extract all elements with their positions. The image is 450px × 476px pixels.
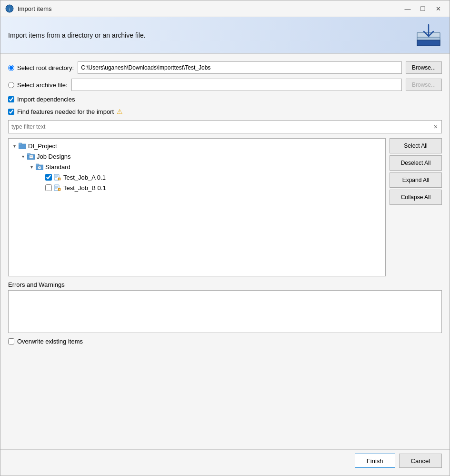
select-root-radio[interactable] bbox=[8, 65, 14, 71]
minimize-button[interactable]: — bbox=[401, 3, 414, 14]
folder-icon-di-project bbox=[18, 142, 27, 150]
toggle-di-project[interactable]: ▾ bbox=[10, 142, 18, 150]
root-path-input[interactable] bbox=[78, 61, 402, 74]
svg-rect-8 bbox=[27, 153, 30, 155]
filter-clear-button[interactable]: × bbox=[433, 123, 439, 131]
title-bar: ↓ Import items — ☐ ✕ bbox=[0, 0, 450, 17]
tree-item-test-job-a[interactable]: ▸ Test_Job_A 0.1 bbox=[9, 172, 385, 182]
svg-rect-13 bbox=[36, 164, 39, 166]
overwrite-checkbox[interactable] bbox=[8, 338, 14, 344]
footer-buttons: Finish Cancel bbox=[0, 449, 450, 476]
archive-browse-button[interactable]: Browse... bbox=[406, 79, 442, 91]
footer-section: Overwrite existing items bbox=[8, 338, 442, 345]
import-items-dialog: ↓ Import items — ☐ ✕ Import items from a… bbox=[0, 0, 450, 476]
tree-label-test-job-b: Test_Job_B 0.1 bbox=[63, 184, 106, 192]
deselect-all-button[interactable]: Deselect All bbox=[390, 155, 442, 171]
tree-item-di-project[interactable]: ▾ DI_Project bbox=[9, 141, 385, 151]
find-features-label: Find features needed for the import bbox=[17, 108, 114, 115]
tree-section: ▾ DI_Project ▾ bbox=[8, 138, 442, 276]
main-content: Select root directory: Browse... Select … bbox=[0, 54, 450, 449]
job-icon-b bbox=[53, 184, 62, 192]
job-icon-a bbox=[53, 173, 62, 181]
window-title: Import items bbox=[18, 5, 52, 12]
window-icon: ↓ bbox=[5, 4, 14, 13]
warning-icon: ⚠ bbox=[117, 108, 123, 115]
maximize-button[interactable]: ☐ bbox=[416, 3, 430, 14]
select-all-button[interactable]: Select All bbox=[390, 138, 442, 153]
select-archive-radio[interactable] bbox=[8, 82, 14, 88]
import-deps-label: Import dependencies bbox=[17, 96, 75, 103]
import-tray-icon bbox=[415, 23, 442, 48]
cancel-button[interactable]: Cancel bbox=[399, 454, 442, 468]
title-bar-left: ↓ Import items bbox=[5, 4, 52, 13]
collapse-all-button[interactable]: Collapse All bbox=[390, 190, 442, 205]
checkbox-test-job-a[interactable] bbox=[45, 174, 52, 181]
tree-label-job-designs: Job Designs bbox=[37, 153, 71, 160]
finish-button[interactable]: Finish bbox=[355, 454, 395, 468]
folder-icon-standard bbox=[35, 163, 44, 171]
root-browse-button[interactable]: Browse... bbox=[406, 61, 442, 74]
tree-label-di-project: DI_Project bbox=[28, 142, 57, 150]
tree-label-test-job-a: Test_Job_A 0.1 bbox=[63, 174, 106, 181]
select-archive-radio-label[interactable]: Select archive file: bbox=[8, 81, 68, 89]
errors-box bbox=[8, 290, 442, 333]
toggle-standard[interactable]: ▾ bbox=[28, 163, 35, 171]
svg-rect-6 bbox=[19, 143, 22, 145]
overwrite-label: Overwrite existing items bbox=[17, 338, 83, 345]
select-root-radio-label[interactable]: Select root directory: bbox=[8, 64, 74, 71]
overwrite-row: Overwrite existing items bbox=[8, 338, 442, 345]
tree-item-job-designs[interactable]: ▾ Job Designs bbox=[9, 151, 385, 162]
folder-icon-job-designs bbox=[27, 152, 35, 160]
svg-text:↓: ↓ bbox=[9, 6, 11, 11]
select-archive-label: Select archive file: bbox=[17, 81, 68, 89]
find-features-row: Find features needed for the import ⚠ bbox=[8, 108, 442, 115]
tree-item-standard[interactable]: ▾ Standard bbox=[9, 162, 385, 172]
import-dependencies-row: Import dependencies bbox=[8, 96, 442, 103]
archive-file-row: Select archive file: Browse... bbox=[8, 79, 442, 91]
svg-rect-4 bbox=[417, 40, 440, 46]
select-root-label: Select root directory: bbox=[17, 64, 74, 71]
expand-all-button[interactable]: Expand All bbox=[390, 172, 442, 188]
svg-rect-9 bbox=[30, 155, 33, 158]
title-controls: — ☐ ✕ bbox=[401, 3, 445, 14]
tree-label-standard: Standard bbox=[45, 163, 70, 171]
header-description: Import items from a directory or an arch… bbox=[8, 31, 146, 39]
errors-section: Errors and Warnings bbox=[8, 281, 442, 333]
checkbox-test-job-b[interactable] bbox=[45, 184, 52, 191]
find-features-checkbox[interactable] bbox=[8, 109, 14, 115]
close-button[interactable]: ✕ bbox=[431, 3, 445, 14]
header-banner: Import items from a directory or an arch… bbox=[0, 17, 450, 54]
root-directory-row: Select root directory: Browse... bbox=[8, 61, 442, 74]
import-deps-checkbox[interactable] bbox=[8, 96, 14, 102]
errors-label: Errors and Warnings bbox=[8, 281, 442, 288]
archive-path-input[interactable] bbox=[71, 79, 402, 91]
tree-item-test-job-b[interactable]: ▸ Test_Job_B 0.1 bbox=[9, 182, 385, 193]
toggle-job-designs[interactable]: ▾ bbox=[19, 152, 27, 160]
tree-action-buttons: Select All Deselect All Expand All Colla… bbox=[390, 138, 442, 276]
filter-input[interactable] bbox=[11, 123, 433, 130]
filter-row: × bbox=[8, 120, 442, 133]
tree-container: ▾ DI_Project ▾ bbox=[8, 138, 386, 276]
